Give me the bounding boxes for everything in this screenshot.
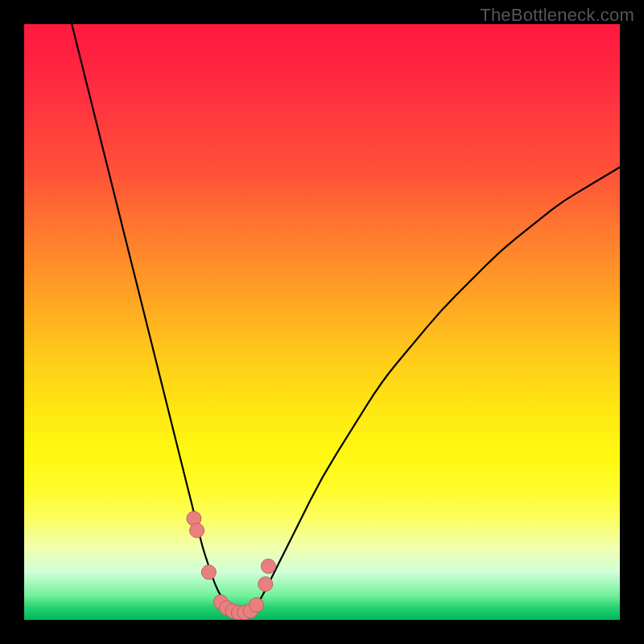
curve-svg <box>24 24 620 620</box>
data-marker <box>190 523 204 538</box>
bottleneck-curve <box>72 24 620 614</box>
data-marker <box>258 577 273 592</box>
data-marker <box>261 559 275 573</box>
data-marker <box>201 565 216 580</box>
data-marker <box>250 598 264 613</box>
plot-area <box>24 24 620 620</box>
watermark-text: TheBottleneck.com <box>480 5 634 26</box>
marker-group <box>187 511 276 620</box>
chart-frame: TheBottleneck.com <box>0 0 644 644</box>
